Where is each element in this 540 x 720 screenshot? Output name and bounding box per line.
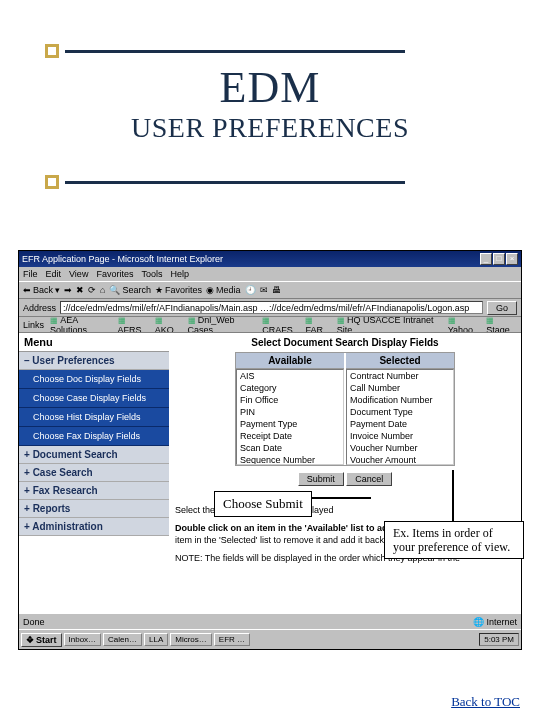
address-label: Address (23, 303, 56, 313)
task-button[interactable]: Calen… (103, 633, 142, 646)
media-button[interactable]: ◉ Media (206, 285, 241, 295)
dual-listbox: Available AIS Category Fin Office PIN Pa… (235, 352, 455, 466)
mail-button[interactable]: ✉ (260, 285, 268, 295)
links-label: Links (23, 320, 44, 330)
search-button[interactable]: 🔍 Search (109, 285, 151, 295)
link-item[interactable]: AKO (155, 317, 182, 333)
selected-list[interactable]: Contract Number Call Number Modification… (346, 369, 454, 465)
address-input[interactable] (60, 301, 483, 314)
list-item[interactable]: Payment Type (237, 418, 343, 430)
favorites-button[interactable]: ★ Favorites (155, 285, 202, 295)
available-list[interactable]: AIS Category Fin Office PIN Payment Type… (236, 369, 344, 465)
back-button[interactable]: ⬅ Back ▾ (23, 285, 60, 295)
window-title: EFR Application Page - Microsoft Interne… (22, 254, 223, 264)
link-item[interactable]: Stage (486, 317, 517, 333)
window-titlebar: EFR Application Page - Microsoft Interne… (19, 251, 521, 267)
accent-square-top (45, 44, 59, 58)
divider-mid (65, 181, 405, 184)
nav-reports[interactable]: Reports (19, 500, 169, 518)
status-zone: 🌐 Internet (473, 617, 517, 627)
toolbar: ⬅ Back ▾ ➡ ✖ ⟳ ⌂ 🔍 Search ★ Favorites ◉ … (19, 281, 521, 299)
close-button[interactable]: × (506, 253, 518, 265)
back-to-toc-link[interactable]: Back to TOC (451, 694, 520, 710)
menu-edit[interactable]: Edit (46, 269, 62, 279)
divider-top (65, 50, 405, 53)
task-button[interactable]: Micros… (170, 633, 212, 646)
nav-document-search[interactable]: Document Search (19, 446, 169, 464)
list-item[interactable]: Payment Date (347, 418, 453, 430)
link-item[interactable]: Dnl_Web Cases (188, 317, 257, 333)
start-button[interactable]: ❖ Start (21, 633, 62, 647)
list-item[interactable]: Category (237, 382, 343, 394)
slide-title-main: EDM (0, 62, 540, 113)
menu-file[interactable]: File (23, 269, 38, 279)
forward-button[interactable]: ➡ (64, 285, 72, 295)
callout-order: Ex. Items in order of your preference of… (384, 521, 524, 559)
connector-line (452, 470, 454, 521)
refresh-button[interactable]: ⟳ (88, 285, 96, 295)
links-bar: Links AEA Solutions AFRS AKO Dnl_Web Cas… (19, 317, 521, 333)
submit-button[interactable]: Submit (298, 472, 344, 486)
nav-case-search[interactable]: Case Search (19, 464, 169, 482)
status-bar: Done 🌐 Internet (19, 613, 521, 629)
minimize-button[interactable]: _ (480, 253, 492, 265)
menu-tools[interactable]: Tools (141, 269, 162, 279)
link-item[interactable]: CRAFS (262, 317, 299, 333)
history-button[interactable]: 🕘 (245, 285, 256, 295)
task-button[interactable]: Inbox… (64, 633, 102, 646)
address-bar: Address Go (19, 299, 521, 317)
go-button[interactable]: Go (487, 301, 517, 315)
list-item[interactable]: Contract Number (347, 370, 453, 382)
link-item[interactable]: Yahoo (448, 317, 481, 333)
task-button[interactable]: LLA (144, 633, 168, 646)
taskbar: ❖ Start Inbox… Calen… LLA Micros… EFR … … (19, 629, 521, 649)
list-item[interactable]: Call Number (347, 382, 453, 394)
link-item[interactable]: FAR (305, 317, 330, 333)
list-item[interactable]: Document Type (347, 406, 453, 418)
link-item[interactable]: HQ USACCE Intranet Site (337, 317, 442, 333)
available-header: Available (236, 353, 344, 369)
nav-fax-fields[interactable]: Choose Fax Display Fields (19, 427, 169, 446)
list-item[interactable]: Scan Date (237, 442, 343, 454)
list-item[interactable]: PIN (237, 406, 343, 418)
sidebar: Menu User Preferences Choose Doc Display… (19, 333, 169, 613)
menubar: File Edit View Favorites Tools Help (19, 267, 521, 281)
link-item[interactable]: AFRS (118, 317, 149, 333)
list-item[interactable]: Receipt Date (237, 430, 343, 442)
accent-square-mid (45, 175, 59, 189)
stop-button[interactable]: ✖ (76, 285, 84, 295)
menu-help[interactable]: Help (170, 269, 189, 279)
cancel-button[interactable]: Cancel (346, 472, 392, 486)
panel-title: Select Document Search Display Fields (175, 337, 515, 348)
list-item[interactable]: Modification Number (347, 394, 453, 406)
content-area: Menu User Preferences Choose Doc Display… (19, 333, 521, 613)
home-button[interactable]: ⌂ (100, 285, 105, 295)
main-panel: Select Document Search Display Fields Av… (169, 333, 521, 613)
menu-header: Menu (19, 333, 169, 352)
link-item[interactable]: AEA Solutions (50, 317, 111, 333)
menu-favorites[interactable]: Favorites (96, 269, 133, 279)
list-item[interactable]: AIS (237, 370, 343, 382)
list-item[interactable]: Invoice Number (347, 430, 453, 442)
status-done: Done (23, 617, 45, 627)
callout-choose-submit: Choose Submit (214, 491, 312, 517)
list-item[interactable]: Voucher Amount (347, 454, 453, 465)
system-tray[interactable]: 5:03 PM (479, 633, 519, 646)
task-button[interactable]: EFR … (214, 633, 250, 646)
nav-fax-research[interactable]: Fax Research (19, 482, 169, 500)
list-item[interactable]: Fin Office (237, 394, 343, 406)
menu-view[interactable]: View (69, 269, 88, 279)
print-button[interactable]: 🖶 (272, 285, 281, 295)
nav-doc-fields[interactable]: Choose Doc Display Fields (19, 370, 169, 389)
nav-user-preferences[interactable]: User Preferences (19, 352, 169, 370)
selected-header: Selected (346, 353, 454, 369)
slide-title-sub: USER PREFERENCES (0, 112, 540, 144)
nav-hist-fields[interactable]: Choose Hist Display Fields (19, 408, 169, 427)
browser-window: EFR Application Page - Microsoft Interne… (18, 250, 522, 650)
list-item[interactable]: Sequence Number (237, 454, 343, 465)
nav-case-fields[interactable]: Choose Case Display Fields (19, 389, 169, 408)
nav-administration[interactable]: Administration (19, 518, 169, 536)
connector-line (311, 497, 371, 499)
list-item[interactable]: Voucher Number (347, 442, 453, 454)
maximize-button[interactable]: □ (493, 253, 505, 265)
